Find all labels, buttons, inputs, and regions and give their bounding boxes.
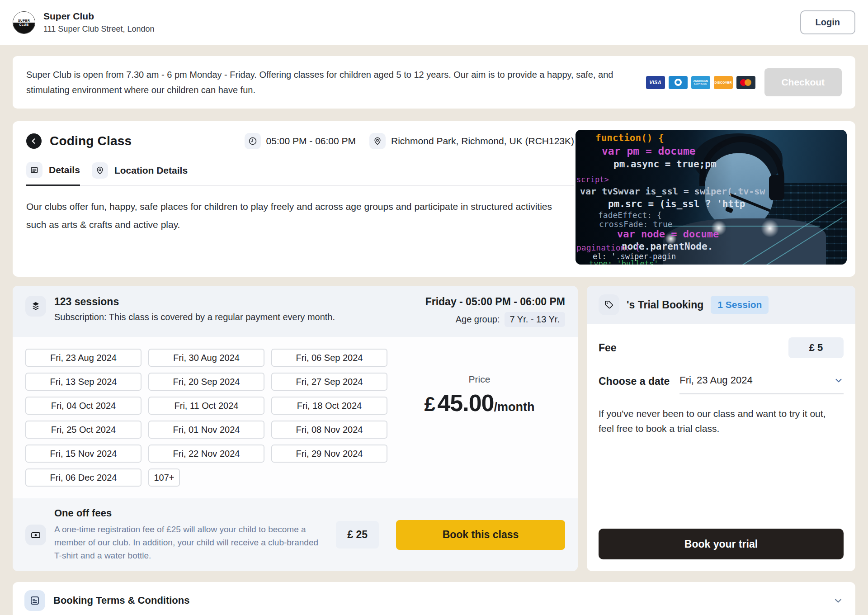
session-date-pill[interactable]: Fri, 18 Oct 2024 bbox=[271, 397, 387, 415]
diners-ring-icon bbox=[675, 79, 682, 86]
session-date-pill[interactable]: Fri, 20 Sep 2024 bbox=[148, 373, 264, 391]
session-date-pill[interactable]: Fri, 06 Dec 2024 bbox=[25, 468, 142, 487]
book-your-trial-button[interactable]: Book your trial bbox=[599, 529, 844, 559]
tab-details-label: Details bbox=[49, 165, 80, 175]
chevron-down-icon bbox=[834, 375, 844, 385]
class-time-text: 05:00 PM - 06:00 PM bbox=[266, 136, 356, 147]
chevron-left-icon bbox=[30, 137, 38, 145]
discover-icon: DISCOVER bbox=[714, 76, 733, 89]
session-date-pill[interactable]: Fri, 22 Nov 2024 bbox=[148, 445, 264, 463]
code-line: fadeEffect: { bbox=[598, 210, 662, 220]
sessions-panel: 123 sessions Subscription: This class is… bbox=[13, 286, 578, 571]
app-header: SUPER CLUB Super Club 111 Super Club Str… bbox=[0, 0, 868, 45]
code-line: var node = docume bbox=[617, 228, 719, 240]
class-card: Coding Class 05:00 PM - 06:00 PM Richmon… bbox=[13, 121, 855, 277]
trial-fee-value: £ 5 bbox=[788, 337, 844, 358]
session-date-pill[interactable]: Fri, 27 Sep 2024 bbox=[271, 373, 387, 391]
visa-icon: VISA bbox=[646, 76, 665, 89]
session-date-pill[interactable]: Fri, 29 Nov 2024 bbox=[271, 445, 387, 463]
diners-club-icon bbox=[669, 76, 688, 89]
code-line: crossFade: true bbox=[599, 219, 673, 229]
code-overlay: function() { var pm = docume pm.async = … bbox=[576, 130, 847, 265]
one-off-fees-section: One off fees A one-time registration fee… bbox=[13, 498, 578, 571]
booking-terms-accordion[interactable]: Booking Terms & Conditions bbox=[13, 582, 855, 615]
session-dates-grid: Fri, 23 Aug 2024 Fri, 30 Aug 2024 Fri, 0… bbox=[25, 349, 394, 487]
session-date-pill[interactable]: Fri, 30 Aug 2024 bbox=[148, 349, 264, 367]
clock-icon bbox=[245, 133, 261, 149]
book-this-class-button[interactable]: Book this class bbox=[396, 520, 565, 550]
choose-date-label: Choose a date bbox=[599, 374, 670, 388]
chevron-down-icon bbox=[833, 595, 844, 606]
class-photo: function() { var pm = docume pm.async = … bbox=[576, 130, 847, 265]
payment-methods: VISA AMERICAN EXPRESS DISCOVER bbox=[646, 76, 755, 89]
sessions-subscription-text: Subscription: This class is covered by a… bbox=[54, 312, 335, 322]
code-line: var tvSwvar is_ssl = swiper(.tv-sw bbox=[580, 186, 765, 197]
session-date-pill[interactable]: Fri, 06 Sep 2024 bbox=[271, 349, 387, 367]
brand-name: Super Club bbox=[43, 11, 155, 22]
code-line: script> bbox=[576, 175, 609, 184]
trial-header: 's Trial Booking 1 Session bbox=[587, 286, 855, 324]
age-group-badge: 7 Yr. - 13 Yr. bbox=[505, 312, 565, 327]
one-off-fees-description: A one-time registration fee of £25 will … bbox=[54, 523, 319, 562]
class-location: Richmond Park, Richmond, UK (RCH123K) bbox=[369, 133, 574, 149]
code-line: pm.async = true;pm bbox=[613, 159, 717, 170]
sessions-schedule: Friday - 05:00 PM - 06:00 PM bbox=[425, 296, 565, 308]
code-line: pagination: { bbox=[576, 243, 640, 252]
terms-document-icon bbox=[24, 590, 45, 611]
code-line: pm.src = (is_ssl ? 'http bbox=[608, 199, 745, 209]
info-banner: Super Club is open from 7.30 am - 6 pm M… bbox=[13, 56, 855, 109]
code-line: var pm = docume bbox=[602, 145, 696, 157]
trial-fee-label: Fee bbox=[599, 342, 617, 354]
one-off-fee-amount: £ 25 bbox=[336, 521, 379, 549]
session-date-pill[interactable]: Fri, 11 Oct 2024 bbox=[148, 397, 264, 415]
session-date-pill[interactable]: Fri, 23 Aug 2024 bbox=[25, 349, 142, 367]
one-off-fees-title: One off fees bbox=[54, 507, 319, 519]
tab-location-details[interactable]: Location Details bbox=[92, 162, 188, 185]
club-hours-text: Super Club is open from 7.30 am - 6 pm M… bbox=[26, 67, 646, 98]
code-line: function() { bbox=[595, 132, 664, 143]
class-tabs: Details Location Details bbox=[26, 162, 574, 186]
trial-title: 's Trial Booking bbox=[627, 299, 703, 311]
mastercard-orange-circle bbox=[745, 79, 751, 86]
session-date-pill[interactable]: Fri, 08 Nov 2024 bbox=[271, 421, 387, 439]
mastercard-icon bbox=[736, 76, 755, 89]
trial-date-value: Fri, 23 Aug 2024 bbox=[679, 374, 752, 386]
class-description: Our clubs offer fun, happy, safe places … bbox=[26, 198, 574, 234]
layers-icon bbox=[25, 296, 46, 317]
back-button[interactable] bbox=[26, 133, 42, 149]
price-block: Price £ 45.00/month bbox=[394, 349, 565, 487]
checkout-button[interactable]: Checkout bbox=[764, 68, 842, 96]
more-dates-pill[interactable]: 107+ bbox=[148, 468, 180, 487]
sessions-header: 123 sessions Subscription: This class is… bbox=[13, 286, 578, 337]
brand-logo: SUPER CLUB bbox=[13, 11, 35, 34]
session-date-pill[interactable]: Fri, 01 Nov 2024 bbox=[148, 421, 264, 439]
trial-info-text: If you've never been to our class and wa… bbox=[599, 406, 844, 436]
class-time: 05:00 PM - 06:00 PM bbox=[245, 133, 356, 149]
code-line: type: 'bullets', bbox=[589, 259, 663, 265]
brand-logo-top-label: SUPER bbox=[13, 12, 35, 23]
price-period: /month bbox=[494, 400, 535, 414]
session-date-pill[interactable]: Fri, 04 Oct 2024 bbox=[25, 397, 142, 415]
price-label: Price bbox=[394, 374, 565, 385]
tab-details[interactable]: Details bbox=[26, 162, 80, 186]
tab-location-details-label: Location Details bbox=[114, 165, 188, 176]
terms-title: Booking Terms & Conditions bbox=[53, 595, 189, 606]
session-date-pill[interactable]: Fri, 13 Sep 2024 bbox=[25, 373, 142, 391]
american-express-icon: AMERICAN EXPRESS bbox=[691, 76, 710, 89]
price-value: 45.00 bbox=[437, 390, 494, 416]
sessions-count: 123 sessions bbox=[54, 296, 335, 308]
session-date-pill[interactable]: Fri, 25 Oct 2024 bbox=[25, 421, 142, 439]
class-title: Coding Class bbox=[50, 134, 132, 148]
trial-date-select[interactable]: Fri, 23 Aug 2024 bbox=[679, 374, 844, 394]
banknote-icon bbox=[25, 525, 46, 545]
price-currency: £ bbox=[424, 393, 435, 415]
trial-booking-panel: 's Trial Booking 1 Session Fee £ 5 Choos… bbox=[587, 286, 855, 571]
map-pin-icon bbox=[92, 162, 108, 179]
brand-address: 111 Super Club Street, London bbox=[43, 24, 155, 34]
class-location-text: Richmond Park, Richmond, UK (RCH123K) bbox=[391, 136, 574, 147]
session-date-pill[interactable]: Fri, 15 Nov 2024 bbox=[25, 445, 142, 463]
brand-logo-bottom-label: CLUB bbox=[13, 23, 35, 33]
login-button[interactable]: Login bbox=[800, 10, 855, 34]
sessions-body: Fri, 23 Aug 2024 Fri, 30 Aug 2024 Fri, 0… bbox=[13, 337, 578, 498]
age-group-label: Age group: bbox=[456, 314, 500, 325]
